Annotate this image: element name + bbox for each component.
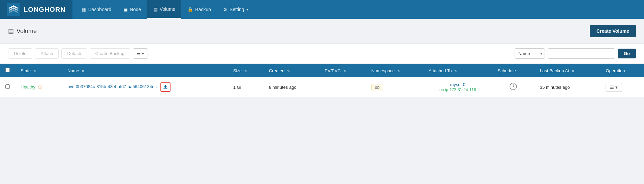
row-last-backup-cell: 35 minutes ago xyxy=(534,77,600,97)
volumes-table: State ⇅ Name ⇅ Size ⇅ Created ⇅ xyxy=(0,64,644,97)
brand-name: LONGHORN xyxy=(24,6,66,14)
brand[interactable]: LONGHORN xyxy=(0,0,72,19)
schedule-icon[interactable] xyxy=(509,84,517,92)
nav-items: ▦ Dashboard ▣ Node ▤ Volume 🔒 Backup ⚙ S… xyxy=(72,0,644,19)
row-name-cell: pvc-0b37084c-815b-43ef-afd7-aa56406134ec xyxy=(62,77,228,97)
attached-node: on ip-172-31-24-118 xyxy=(429,87,487,92)
attach-button[interactable]: Attach xyxy=(35,48,59,59)
col-last-backup: Last Backup At ⇅ xyxy=(534,64,600,77)
col-created: Created ⇅ xyxy=(264,64,319,77)
attached-node-label: on ip-172-31-24-118 xyxy=(439,87,476,92)
nav-item-dashboard[interactable]: ▦ Dashboard xyxy=(76,0,118,19)
toolbar-right: Name Go xyxy=(515,48,636,59)
operation-list-icon: ☰ xyxy=(610,85,614,90)
created-sort-icon[interactable]: ⇅ xyxy=(287,69,290,73)
col-name: Name ⇅ xyxy=(62,64,228,77)
setting-icon: ⚙ xyxy=(223,7,227,12)
detach-button[interactable]: Detach xyxy=(61,48,87,59)
col-operation: Operation xyxy=(600,64,644,77)
create-backup-button[interactable]: Create Backup xyxy=(90,48,130,59)
table-container: State ⇅ Name ⇅ Size ⇅ Created ⇅ xyxy=(0,64,644,97)
create-volume-button[interactable]: Create Volume xyxy=(590,25,636,37)
navbar: LONGHORN ▦ Dashboard ▣ Node ▤ Volume 🔒 B… xyxy=(0,0,644,19)
row-namespace-cell: db xyxy=(366,77,423,97)
size-sort-icon[interactable]: ⇅ xyxy=(244,69,247,73)
col-namespace: Namespace ⇅ xyxy=(366,64,423,77)
attached-pod-link[interactable]: mysql-0 xyxy=(450,82,466,87)
attached-sort-icon[interactable]: ⇅ xyxy=(454,69,457,73)
state-info-icon[interactable]: ⓘ xyxy=(38,85,42,89)
list-icon-button[interactable]: ☰ ▾ xyxy=(133,48,148,59)
nav-item-node[interactable]: ▣ Node xyxy=(117,0,147,19)
row-state-cell: Healthy ⓘ xyxy=(15,77,62,97)
namespace-badge: db xyxy=(371,84,383,91)
col-state: State ⇅ xyxy=(15,64,62,77)
row-operation-cell: ☰ ▾ xyxy=(600,77,644,97)
download-icon xyxy=(163,84,168,90)
col-attached-to: Attached To ⇅ xyxy=(423,64,492,77)
table-header-row: State ⇅ Name ⇅ Size ⇅ Created ⇅ xyxy=(0,64,644,77)
state-healthy-label: Healthy xyxy=(21,84,35,89)
page-title: ▤ Volume xyxy=(8,27,37,35)
nav-item-setting[interactable]: ⚙ Setting ▾ xyxy=(217,0,254,19)
table-row: Healthy ⓘ pvc-0b37084c-815b-43ef-afd7-aa… xyxy=(0,77,644,97)
volume-page-icon: ▤ xyxy=(8,27,14,35)
volume-name-link[interactable]: pvc-0b37084c-815b-43ef-afd7-aa56406134ec xyxy=(67,84,157,89)
toolbar-left: Delete Attach Detach Create Backup ☰ ▾ xyxy=(8,48,148,59)
chevron-down-icon: ▾ xyxy=(246,7,248,12)
operation-chevron-icon: ▾ xyxy=(615,85,618,90)
nav-item-volume[interactable]: ▤ Volume xyxy=(147,0,182,19)
pvpvc-sort-icon[interactable]: ⇅ xyxy=(343,69,346,73)
select-all-checkbox[interactable] xyxy=(5,68,10,72)
list-icon: ☰ xyxy=(136,51,141,56)
dropdown-arrow: ▾ xyxy=(142,51,144,56)
col-size: Size ⇅ xyxy=(228,64,264,77)
attached-pod: mysql-0 xyxy=(429,82,487,87)
row-created-cell: 8 minutes ago xyxy=(264,77,319,97)
delete-button[interactable]: Delete xyxy=(8,48,32,59)
go-button[interactable]: Go xyxy=(618,49,636,58)
row-pvpvc-cell xyxy=(319,77,366,97)
row-size-cell: 1 Gi xyxy=(228,77,264,97)
namespace-sort-icon[interactable]: ⇅ xyxy=(397,69,400,73)
name-sort-icon[interactable]: ⇅ xyxy=(82,69,84,73)
node-icon: ▣ xyxy=(123,7,128,12)
backup-icon: 🔒 xyxy=(187,7,193,12)
backup-sort-icon[interactable]: ⇅ xyxy=(572,69,574,73)
main-content: Delete Attach Detach Create Backup ☰ ▾ N… xyxy=(0,44,644,179)
operation-button[interactable]: ☰ ▾ xyxy=(606,83,622,92)
filter-select[interactable]: Name xyxy=(515,48,545,59)
download-icon-button[interactable] xyxy=(160,82,171,92)
toolbar: Delete Attach Detach Create Backup ☰ ▾ N… xyxy=(0,44,644,64)
filter-select-wrapper: Name xyxy=(515,48,545,59)
row-attached-to-cell: mysql-0 on ip-172-31-24-118 xyxy=(423,77,492,97)
row-checkbox-cell xyxy=(0,77,15,97)
col-pvpvc: PV/PVC ⇅ xyxy=(319,64,366,77)
brand-logo xyxy=(7,3,20,16)
row-schedule-cell xyxy=(492,77,534,97)
row-checkbox[interactable] xyxy=(5,84,10,89)
page-header: ▤ Volume Create Volume xyxy=(0,19,644,44)
dashboard-icon: ▦ xyxy=(82,7,86,12)
search-input[interactable] xyxy=(548,48,615,59)
select-all-col xyxy=(0,64,15,77)
col-schedule: Schedule xyxy=(492,64,534,77)
volume-icon: ▤ xyxy=(153,6,158,12)
nav-item-backup[interactable]: 🔒 Backup xyxy=(181,0,217,19)
state-sort-icon[interactable]: ⇅ xyxy=(33,69,36,73)
